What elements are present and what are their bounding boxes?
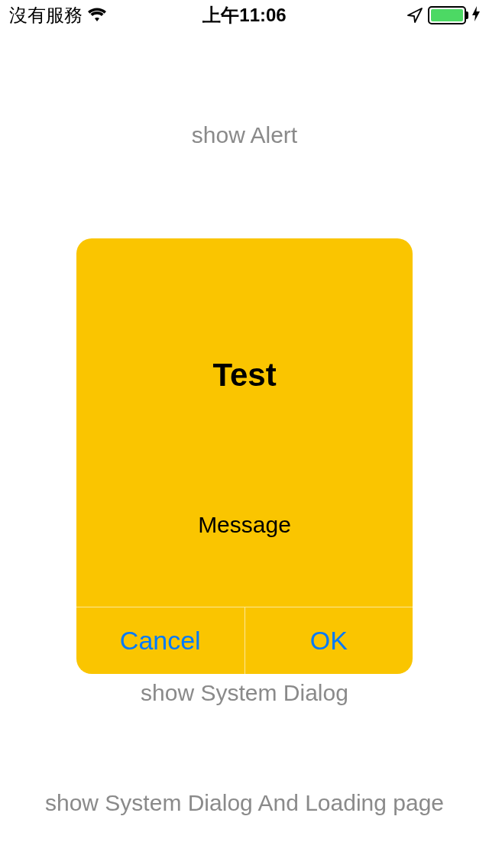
status-bar: 沒有服務 上午11:06 bbox=[0, 0, 489, 31]
charging-icon bbox=[472, 6, 480, 25]
show-system-dialog-link[interactable]: show System Dialog bbox=[0, 680, 489, 706]
alert-buttons: Cancel OK bbox=[76, 607, 413, 674]
carrier-text: 沒有服務 bbox=[9, 3, 83, 28]
alert-body: Test Message bbox=[76, 238, 413, 538]
status-left: 沒有服務 bbox=[9, 3, 107, 28]
status-right bbox=[406, 6, 480, 25]
battery-fill bbox=[431, 9, 463, 21]
show-system-dialog-loading-link[interactable]: show System Dialog And Loading page bbox=[0, 790, 489, 816]
location-icon bbox=[406, 7, 423, 24]
status-time: 上午11:06 bbox=[202, 3, 286, 28]
battery-icon bbox=[428, 6, 466, 24]
show-alert-link[interactable]: show Alert bbox=[0, 122, 489, 148]
wifi-icon bbox=[87, 8, 107, 23]
ok-button[interactable]: OK bbox=[244, 607, 413, 674]
alert-title: Test bbox=[76, 357, 413, 394]
cancel-button[interactable]: Cancel bbox=[76, 607, 244, 674]
alert-message: Message bbox=[76, 512, 413, 538]
content: show Alert Test Message Cancel OK show S… bbox=[0, 31, 489, 816]
alert-dialog: Test Message Cancel OK bbox=[76, 238, 413, 674]
